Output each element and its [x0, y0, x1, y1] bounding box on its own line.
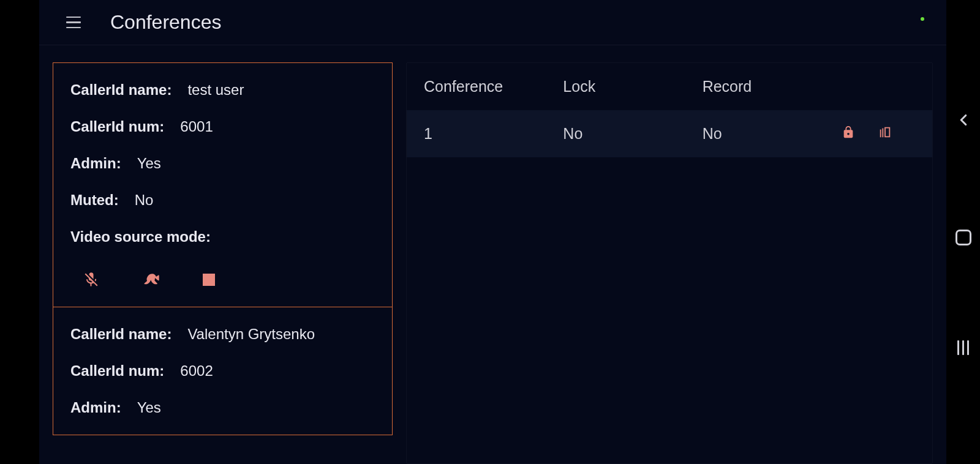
muted-row: Muted: No: [70, 192, 375, 209]
caller-id-name-row: CallerId name: Valentyn Grytsenko: [70, 326, 375, 343]
admin-value: Yes: [137, 399, 161, 416]
menu-button[interactable]: [61, 12, 86, 34]
caller-id-num-row: CallerId num: 6001: [70, 118, 375, 135]
caller-id-num-label: CallerId num:: [70, 118, 164, 135]
column-header-conference: Conference: [424, 78, 563, 95]
caller-id-name-value: Valentyn Grytsenko: [187, 326, 315, 343]
caller-id-num-value: 6002: [180, 362, 213, 380]
mute-mic-icon[interactable]: [83, 271, 100, 288]
nav-back-button[interactable]: [954, 109, 973, 135]
caller-actions: [70, 271, 375, 288]
nav-home-button[interactable]: [956, 230, 971, 245]
table-header: Conference Lock Record: [407, 63, 932, 110]
conferences-table: Conference Lock Record 1 No No: [406, 62, 933, 464]
video-source-label: Video source mode:: [70, 228, 211, 245]
nav-recents-button[interactable]: [957, 340, 969, 355]
main-content: Conferences CallerId name: test user Cal…: [39, 0, 946, 464]
muted-label: Muted:: [70, 192, 119, 209]
video-source-row: Video source mode:: [70, 228, 375, 245]
table-row[interactable]: 1 No No: [407, 110, 932, 157]
caller-id-name-row: CallerId name: test user: [70, 81, 375, 99]
cell-lock: No: [563, 125, 702, 143]
caller-card[interactable]: CallerId name: Valentyn Grytsenko Caller…: [53, 307, 393, 435]
caller-id-num-row: CallerId num: 6002: [70, 362, 375, 380]
caller-id-num-value: 6001: [180, 118, 213, 135]
page-title: Conferences: [110, 11, 221, 34]
caller-card[interactable]: CallerId name: test user CallerId num: 6…: [53, 62, 393, 307]
admin-value: Yes: [137, 155, 161, 172]
muted-value: No: [135, 192, 154, 209]
callers-panel: CallerId name: test user CallerId num: 6…: [53, 62, 393, 464]
admin-row: Admin: Yes: [70, 399, 375, 416]
caller-id-name-label: CallerId name:: [70, 326, 172, 343]
admin-row: Admin: Yes: [70, 155, 375, 172]
admin-label: Admin:: [70, 155, 121, 172]
admin-label: Admin:: [70, 399, 121, 416]
status-bar-margin: [0, 0, 39, 464]
stop-icon[interactable]: [203, 274, 215, 286]
connection-status-indicator: [921, 17, 924, 21]
caller-id-num-label: CallerId num:: [70, 362, 164, 380]
video-icon[interactable]: [143, 271, 160, 288]
column-header-lock: Lock: [563, 78, 702, 95]
column-header-record: Record: [703, 78, 842, 95]
cell-conference: 1: [424, 125, 563, 143]
content-area: CallerId name: test user CallerId num: 6…: [39, 45, 946, 464]
caller-id-name-label: CallerId name:: [70, 81, 172, 99]
cell-record: No: [703, 125, 842, 143]
header: Conferences: [39, 0, 946, 45]
lock-icon[interactable]: [842, 125, 855, 139]
caller-id-name-value: test user: [187, 81, 244, 99]
system-navigation-bar: [946, 0, 980, 464]
records-stack-icon[interactable]: [878, 125, 892, 139]
